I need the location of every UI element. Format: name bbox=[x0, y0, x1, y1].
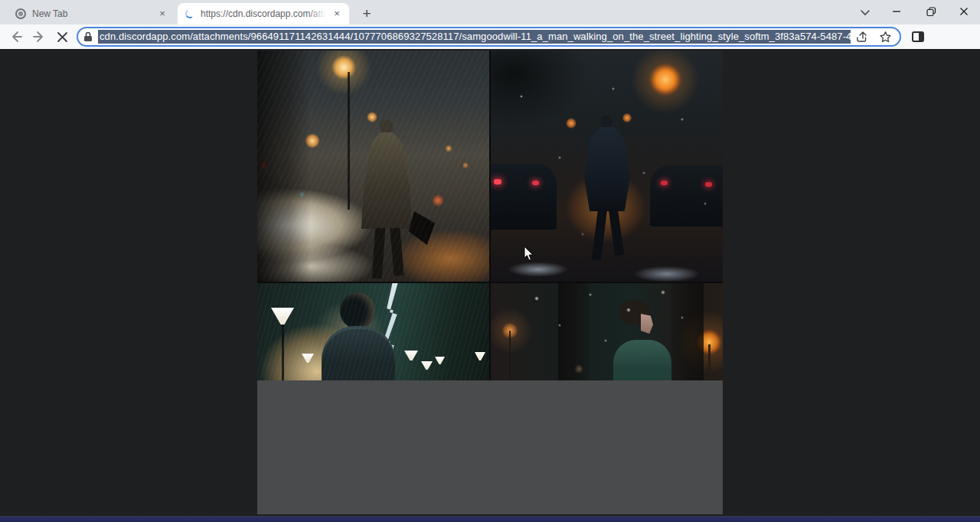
forward-button[interactable] bbox=[29, 27, 49, 47]
q2-parked-car-right bbox=[650, 165, 723, 227]
q3-lightning-bolt bbox=[372, 283, 409, 380]
side-panel-icon bbox=[912, 31, 924, 42]
window-restore-button[interactable] bbox=[915, 0, 947, 23]
tab-close-icon[interactable] bbox=[331, 8, 343, 20]
browser-window: New Tab https://cdn.discordapp.com/atta … bbox=[0, 0, 980, 522]
q3-figure-head bbox=[340, 292, 375, 329]
q4-figure-jacket bbox=[613, 340, 671, 380]
q2-parked-car-left bbox=[491, 164, 557, 230]
tab-close-icon[interactable] bbox=[156, 8, 168, 20]
side-panel-button[interactable] bbox=[910, 29, 926, 44]
mouse-cursor bbox=[524, 246, 534, 262]
window-chevron-down-icon[interactable] bbox=[856, 5, 874, 20]
loading-spinner-icon bbox=[185, 8, 195, 19]
q2-figure-head bbox=[600, 116, 612, 129]
url-selected-text: cdn.discordapp.com/attachments/966491171… bbox=[98, 30, 851, 44]
tab-label: New Tab bbox=[32, 8, 152, 19]
q1-figure-head bbox=[380, 119, 394, 135]
tab-label: https://cdn.discordapp.com/atta bbox=[201, 8, 326, 19]
back-button[interactable] bbox=[6, 27, 26, 47]
new-tab-button[interactable]: + bbox=[357, 5, 377, 23]
image-quadrant-top-left bbox=[257, 51, 489, 282]
image-loading-placeholder bbox=[257, 380, 723, 514]
q4-figure-hair bbox=[619, 300, 650, 325]
image-quadrant-bottom-right bbox=[491, 283, 723, 380]
tab-strip: New Tab https://cdn.discordapp.com/atta … bbox=[0, 0, 980, 24]
q4-figure-face bbox=[641, 314, 653, 334]
stop-loading-button[interactable] bbox=[52, 27, 72, 47]
new-tab-favicon-icon bbox=[15, 8, 26, 19]
taskbar-edge bbox=[0, 516, 980, 522]
address-bar[interactable]: cdn.discordapp.com/attachments/966491171… bbox=[77, 27, 901, 47]
url-text: cdn.discordapp.com/attachments/966491171… bbox=[98, 29, 851, 44]
discord-attachment-image[interactable] bbox=[257, 51, 723, 514]
q1-umbrella bbox=[409, 211, 435, 245]
window-minimize-button[interactable] bbox=[880, 0, 913, 23]
q2-figure-body bbox=[584, 127, 630, 211]
q1-figure-coat bbox=[361, 132, 412, 229]
lock-icon[interactable] bbox=[78, 31, 98, 42]
tab-discord-cdn[interactable]: https://cdn.discordapp.com/atta bbox=[178, 3, 349, 24]
window-close-button[interactable] bbox=[948, 0, 980, 23]
bookmark-star-icon[interactable] bbox=[874, 31, 897, 44]
tab-new-tab[interactable]: New Tab bbox=[8, 3, 175, 24]
browser-toolbar: cdn.discordapp.com/attachments/966491171… bbox=[0, 24, 980, 49]
q3-figure-hood bbox=[322, 326, 395, 380]
q3-street-lamp bbox=[271, 308, 294, 325]
share-button[interactable] bbox=[851, 31, 874, 43]
image-quadrant-bottom-left bbox=[257, 283, 489, 380]
page-content bbox=[0, 49, 980, 516]
